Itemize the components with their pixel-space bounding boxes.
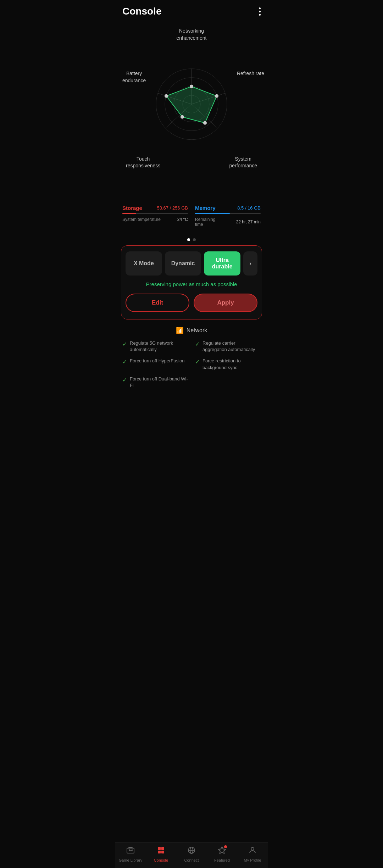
network-title: 📶 Network — [122, 327, 261, 334]
dynamic-button[interactable]: Dynamic — [165, 251, 201, 276]
x-mode-button[interactable]: X Mode — [126, 251, 162, 276]
indicator-1[interactable] — [187, 238, 190, 241]
console-label: Console — [154, 858, 168, 862]
storage-value: 53.67 / 256 GB — [157, 205, 188, 211]
more-options-button[interactable] — [259, 7, 261, 16]
check-icon-1: ✓ — [122, 341, 127, 347]
mode-buttons-group: X Mode Dynamic Ultra durable › — [126, 251, 257, 276]
memory-bar-fill — [195, 213, 230, 214]
svg-point-10 — [190, 85, 193, 88]
memory-stat: Memory 8.5 / 16 GB Remaining time 22 hr,… — [195, 201, 261, 230]
network-items-grid: ✓ Regulate 5G network automatically ✓ Re… — [122, 340, 261, 389]
console-icon — [157, 846, 165, 857]
storage-bar-fill — [122, 213, 136, 214]
app-header: Console — [115, 0, 268, 21]
indicator-2[interactable] — [193, 238, 196, 241]
storage-bar-track — [122, 213, 188, 214]
featured-badge — [224, 845, 227, 848]
page-indicators — [115, 234, 268, 245]
ultra-durable-button[interactable]: Ultra durable — [204, 251, 240, 276]
network-label: Network — [187, 327, 207, 334]
svg-point-12 — [203, 121, 207, 125]
radar-label-networking: Networking enhancement — [177, 28, 207, 41]
featured-icon — [218, 847, 226, 856]
dot3 — [259, 14, 261, 16]
network-text-4: Force restriction to background sync — [202, 358, 261, 371]
remaining-time-label: Remaining time — [195, 217, 215, 227]
check-icon-5: ✓ — [122, 377, 127, 383]
memory-label: Memory — [195, 205, 216, 211]
storage-label: Storage — [122, 205, 142, 211]
network-item-5: ✓ Force turn off Dual-band Wi-Fi — [122, 376, 188, 389]
apply-button[interactable]: Apply — [194, 294, 257, 312]
memory-bar-track — [195, 213, 261, 214]
network-section: 📶 Network ✓ Regulate 5G network automati… — [115, 319, 268, 394]
my-profile-icon — [248, 846, 257, 857]
featured-icon-wrap — [218, 846, 226, 857]
connect-icon — [187, 846, 196, 857]
radar-label-refresh: Refresh rate — [237, 70, 264, 77]
remaining-time-value: 22 hr, 27 min — [236, 219, 261, 224]
svg-rect-16 — [158, 847, 161, 850]
game-library-label: Game Library — [119, 858, 143, 862]
featured-label: Featured — [214, 858, 230, 862]
network-text-3: Force turn off HyperFusion — [130, 358, 184, 364]
svg-rect-17 — [161, 847, 164, 850]
stats-section: Storage 53.67 / 256 GB System temperatur… — [115, 201, 268, 234]
memory-value: 8.5 / 16 GB — [237, 205, 261, 211]
network-item-4: ✓ Force restriction to background sync — [195, 358, 261, 371]
radar-chart-section: Networking enhancement Battery endurance… — [115, 21, 268, 201]
svg-rect-18 — [158, 851, 161, 853]
bottom-navigation: Game Library Console Connect — [115, 842, 268, 868]
system-temp-value: 24 °C — [177, 217, 188, 222]
network-text-1: Regulate 5G network automatically — [130, 340, 188, 353]
network-item-1: ✓ Regulate 5G network automatically — [122, 340, 188, 353]
svg-marker-9 — [166, 87, 217, 123]
connect-label: Connect — [184, 858, 199, 862]
nav-featured[interactable]: Featured — [207, 846, 237, 862]
check-icon-4: ✓ — [195, 358, 200, 365]
radar-label-touch: Touch responsiveness — [126, 156, 160, 169]
wifi-icon: 📶 — [176, 327, 184, 334]
edit-button[interactable]: Edit — [126, 294, 189, 312]
nav-connect[interactable]: Connect — [176, 846, 207, 862]
my-profile-label: My Profile — [244, 858, 261, 862]
radar-label-battery: Battery endurance — [122, 70, 146, 84]
svg-point-14 — [165, 94, 168, 98]
radar-label-system: System performance — [229, 156, 257, 169]
check-icon-3: ✓ — [122, 358, 127, 365]
dot1 — [259, 7, 261, 9]
nav-my-profile[interactable]: My Profile — [237, 846, 268, 862]
network-text-2: Regulate carrier aggregation automatical… — [202, 340, 261, 353]
game-library-icon — [126, 846, 135, 857]
mode-description: Preserving power as much as possible — [126, 281, 257, 287]
network-item-3: ✓ Force turn off HyperFusion — [122, 358, 188, 371]
nav-game-library[interactable]: Game Library — [115, 846, 146, 862]
more-mode-button[interactable]: › — [243, 251, 257, 276]
radar-svg — [149, 62, 234, 148]
svg-point-24 — [251, 847, 254, 850]
network-text-5: Force turn off Dual-band Wi-Fi — [130, 376, 188, 389]
nav-console[interactable]: Console — [146, 846, 176, 862]
network-item-2: ✓ Regulate carrier aggregation automatic… — [195, 340, 261, 353]
mode-section: X Mode Dynamic Ultra durable › Preservin… — [121, 245, 262, 319]
storage-sub: System temperature 24 °C — [122, 217, 188, 222]
storage-stat: Storage 53.67 / 256 GB System temperatur… — [122, 201, 188, 230]
check-icon-2: ✓ — [195, 341, 200, 347]
memory-sub: Remaining time 22 hr, 27 min — [195, 217, 261, 227]
svg-point-11 — [215, 94, 218, 98]
dot2 — [259, 11, 261, 12]
action-buttons-group: Edit Apply — [126, 294, 257, 312]
page-title: Console — [122, 6, 161, 17]
svg-rect-19 — [161, 851, 164, 853]
system-temp-label: System temperature — [122, 217, 161, 222]
svg-point-13 — [181, 115, 184, 119]
